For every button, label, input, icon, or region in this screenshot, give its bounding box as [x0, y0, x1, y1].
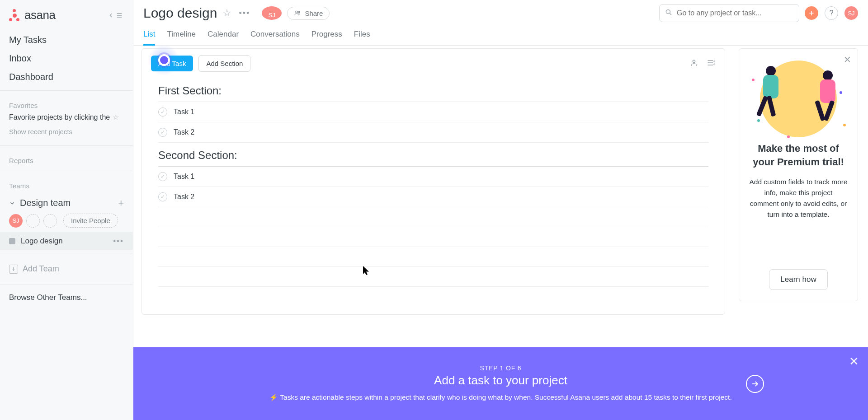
empty-task-row[interactable]: [158, 207, 708, 227]
share-button[interactable]: Share: [287, 7, 330, 20]
search-input[interactable]: [659, 4, 799, 22]
project-member-avatar[interactable]: SJ: [262, 6, 282, 20]
task-row[interactable]: ✓ Task 2: [158, 122, 708, 143]
main-area: Logo design ☆ ••• SJ Share ? SJ List Tim…: [133, 0, 868, 420]
avatar[interactable]: SJ: [9, 214, 23, 228]
quick-add-button[interactable]: [805, 6, 818, 20]
sidebar: asana My Tasks Inbox Dashboard Favorites…: [0, 0, 133, 420]
favorite-star-icon[interactable]: ☆: [222, 7, 231, 19]
add-member-placeholder-icon[interactable]: [43, 214, 57, 228]
add-team-button[interactable]: + Add Team: [0, 256, 133, 282]
complete-check-icon[interactable]: ✓: [158, 107, 167, 117]
svg-point-0: [296, 11, 297, 13]
add-task-button[interactable]: Add Task: [151, 56, 193, 71]
add-project-icon[interactable]: +: [118, 198, 124, 208]
primary-nav: My Tasks Inbox Dashboard: [0, 27, 133, 88]
task-name: Task 1: [174, 108, 194, 116]
section-heading[interactable]: Second Section:: [158, 143, 708, 167]
search-icon: [665, 8, 673, 18]
promo-body: Add custom fields to track more info, ma…: [749, 177, 848, 220]
sidebar-project-logo-design[interactable]: Logo design •••: [0, 232, 133, 250]
project-more-icon[interactable]: •••: [113, 237, 124, 246]
task-name: Task 2: [174, 128, 194, 136]
section-heading[interactable]: First Section:: [158, 78, 708, 102]
plus-icon: [808, 9, 815, 17]
empty-task-row[interactable]: [158, 267, 708, 287]
app-name: asana: [24, 8, 55, 22]
task-row[interactable]: ✓ Task 1: [158, 167, 708, 187]
nav-inbox[interactable]: Inbox: [9, 53, 124, 64]
add-member-placeholder-icon[interactable]: [26, 214, 40, 228]
add-section-button[interactable]: Add Section: [198, 55, 250, 72]
help-button[interactable]: ?: [825, 6, 838, 20]
manage-members-icon[interactable]: [689, 58, 698, 69]
asana-logo-icon: [8, 9, 21, 22]
cursor-icon: [363, 266, 370, 277]
show-recent-projects[interactable]: Show recent projects: [0, 128, 133, 143]
project-more-icon[interactable]: •••: [237, 9, 252, 18]
hamburger-icon: [116, 12, 123, 19]
team-item-design-team[interactable]: Design team +: [0, 193, 133, 211]
svg-point-2: [666, 9, 670, 14]
project-color-icon: [9, 238, 15, 244]
onboarding-beacon-icon[interactable]: [158, 54, 170, 66]
favorites-hint: Favorite projects by clicking the ☆: [0, 113, 133, 128]
team-name: Design team: [20, 198, 71, 208]
nav-my-tasks[interactable]: My Tasks: [9, 35, 124, 45]
onboarding-title: Add a task to your project: [170, 373, 832, 387]
task-name: Task 1: [174, 173, 194, 181]
empty-task-row[interactable]: [158, 227, 708, 247]
lightning-icon: ⚡: [269, 393, 278, 401]
reports-section-label[interactable]: Reports: [0, 149, 133, 168]
onboarding-description: ⚡ Tasks are actionable steps within a pr…: [170, 392, 832, 403]
project-header: Logo design ☆ ••• SJ Share ? SJ: [133, 0, 868, 23]
team-members: SJ Invite People: [0, 211, 133, 232]
plus-icon: +: [9, 265, 18, 274]
onboarding-close-icon[interactable]: ✕: [849, 355, 859, 369]
invite-people-button[interactable]: Invite People: [63, 214, 118, 228]
promo-heading: Make the most of your Premium trial!: [749, 142, 848, 168]
task-row[interactable]: ✓ Task 2: [158, 187, 708, 207]
svg-point-3: [693, 60, 695, 62]
onboarding-banner: STEP 1 OF 6 Add a task to your project ⚡…: [133, 347, 868, 420]
project-title: Logo design: [143, 5, 217, 21]
global-search[interactable]: [659, 4, 799, 22]
promo-illustration: [751, 61, 846, 137]
chevron-down-icon: [9, 200, 15, 206]
favorites-section-label: Favorites: [0, 93, 133, 113]
teams-section-label: Teams: [0, 174, 133, 193]
complete-check-icon[interactable]: ✓: [158, 128, 167, 137]
app-logo[interactable]: asana: [8, 8, 55, 22]
list-settings-icon[interactable]: [707, 58, 716, 69]
empty-task-row[interactable]: [158, 247, 708, 267]
complete-check-icon[interactable]: ✓: [158, 172, 167, 181]
arrow-right-icon: [750, 379, 760, 388]
learn-how-button[interactable]: Learn how: [769, 269, 827, 290]
browse-other-teams[interactable]: Browse Other Teams...: [0, 288, 133, 308]
onboarding-next-button[interactable]: [746, 375, 764, 393]
nav-dashboard[interactable]: Dashboard: [9, 72, 124, 82]
task-name: Task 2: [174, 193, 194, 201]
chevron-left-icon: [108, 12, 115, 19]
star-icon: ☆: [113, 113, 119, 121]
collapse-sidebar-button[interactable]: [106, 10, 125, 21]
task-row[interactable]: ✓ Task 1: [158, 102, 708, 122]
onboarding-step-label: STEP 1 OF 6: [170, 364, 832, 372]
people-icon: [294, 9, 301, 17]
complete-check-icon[interactable]: ✓: [158, 192, 167, 201]
project-name: Logo design: [21, 237, 63, 246]
user-menu-avatar[interactable]: SJ: [844, 6, 858, 20]
svg-point-1: [298, 11, 300, 13]
